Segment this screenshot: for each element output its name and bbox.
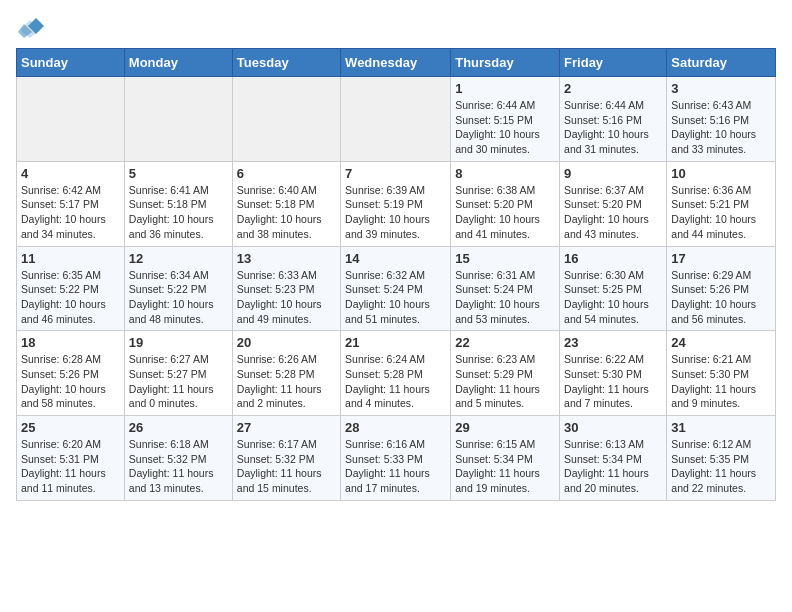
day-number: 11 xyxy=(21,251,120,266)
week-row-3: 11Sunrise: 6:35 AM Sunset: 5:22 PM Dayli… xyxy=(17,246,776,331)
day-number: 15 xyxy=(455,251,555,266)
calendar-cell: 29Sunrise: 6:15 AM Sunset: 5:34 PM Dayli… xyxy=(451,416,560,501)
day-number: 17 xyxy=(671,251,771,266)
day-number: 24 xyxy=(671,335,771,350)
day-info: Sunrise: 6:27 AM Sunset: 5:27 PM Dayligh… xyxy=(129,352,228,411)
calendar-cell: 20Sunrise: 6:26 AM Sunset: 5:28 PM Dayli… xyxy=(232,331,340,416)
day-number: 23 xyxy=(564,335,662,350)
day-info: Sunrise: 6:28 AM Sunset: 5:26 PM Dayligh… xyxy=(21,352,120,411)
day-info: Sunrise: 6:24 AM Sunset: 5:28 PM Dayligh… xyxy=(345,352,446,411)
calendar-cell: 23Sunrise: 6:22 AM Sunset: 5:30 PM Dayli… xyxy=(560,331,667,416)
day-info: Sunrise: 6:42 AM Sunset: 5:17 PM Dayligh… xyxy=(21,183,120,242)
calendar-cell: 25Sunrise: 6:20 AM Sunset: 5:31 PM Dayli… xyxy=(17,416,125,501)
day-number: 12 xyxy=(129,251,228,266)
day-number: 25 xyxy=(21,420,120,435)
day-number: 2 xyxy=(564,81,662,96)
calendar-cell: 3Sunrise: 6:43 AM Sunset: 5:16 PM Daylig… xyxy=(667,77,776,162)
day-number: 27 xyxy=(237,420,336,435)
day-number: 19 xyxy=(129,335,228,350)
calendar-cell xyxy=(232,77,340,162)
calendar-cell: 14Sunrise: 6:32 AM Sunset: 5:24 PM Dayli… xyxy=(341,246,451,331)
day-number: 4 xyxy=(21,166,120,181)
calendar-cell: 19Sunrise: 6:27 AM Sunset: 5:27 PM Dayli… xyxy=(124,331,232,416)
calendar-cell: 7Sunrise: 6:39 AM Sunset: 5:19 PM Daylig… xyxy=(341,161,451,246)
day-number: 10 xyxy=(671,166,771,181)
header-wednesday: Wednesday xyxy=(341,49,451,77)
calendar-cell: 10Sunrise: 6:36 AM Sunset: 5:21 PM Dayli… xyxy=(667,161,776,246)
day-info: Sunrise: 6:18 AM Sunset: 5:32 PM Dayligh… xyxy=(129,437,228,496)
day-number: 14 xyxy=(345,251,446,266)
day-info: Sunrise: 6:13 AM Sunset: 5:34 PM Dayligh… xyxy=(564,437,662,496)
day-number: 20 xyxy=(237,335,336,350)
calendar-cell: 17Sunrise: 6:29 AM Sunset: 5:26 PM Dayli… xyxy=(667,246,776,331)
header-friday: Friday xyxy=(560,49,667,77)
header-thursday: Thursday xyxy=(451,49,560,77)
calendar-cell: 13Sunrise: 6:33 AM Sunset: 5:23 PM Dayli… xyxy=(232,246,340,331)
day-info: Sunrise: 6:15 AM Sunset: 5:34 PM Dayligh… xyxy=(455,437,555,496)
day-number: 1 xyxy=(455,81,555,96)
day-info: Sunrise: 6:30 AM Sunset: 5:25 PM Dayligh… xyxy=(564,268,662,327)
calendar-cell: 6Sunrise: 6:40 AM Sunset: 5:18 PM Daylig… xyxy=(232,161,340,246)
day-info: Sunrise: 6:44 AM Sunset: 5:16 PM Dayligh… xyxy=(564,98,662,157)
calendar-cell xyxy=(17,77,125,162)
calendar-body: 1Sunrise: 6:44 AM Sunset: 5:15 PM Daylig… xyxy=(17,77,776,501)
header-tuesday: Tuesday xyxy=(232,49,340,77)
calendar-table: SundayMondayTuesdayWednesdayThursdayFrid… xyxy=(16,48,776,501)
day-number: 6 xyxy=(237,166,336,181)
day-info: Sunrise: 6:33 AM Sunset: 5:23 PM Dayligh… xyxy=(237,268,336,327)
calendar-cell: 26Sunrise: 6:18 AM Sunset: 5:32 PM Dayli… xyxy=(124,416,232,501)
day-info: Sunrise: 6:29 AM Sunset: 5:26 PM Dayligh… xyxy=(671,268,771,327)
day-info: Sunrise: 6:22 AM Sunset: 5:30 PM Dayligh… xyxy=(564,352,662,411)
calendar-cell: 12Sunrise: 6:34 AM Sunset: 5:22 PM Dayli… xyxy=(124,246,232,331)
day-info: Sunrise: 6:38 AM Sunset: 5:20 PM Dayligh… xyxy=(455,183,555,242)
calendar-cell xyxy=(341,77,451,162)
logo xyxy=(16,16,46,40)
day-info: Sunrise: 6:34 AM Sunset: 5:22 PM Dayligh… xyxy=(129,268,228,327)
day-number: 16 xyxy=(564,251,662,266)
calendar-cell: 31Sunrise: 6:12 AM Sunset: 5:35 PM Dayli… xyxy=(667,416,776,501)
calendar-cell: 28Sunrise: 6:16 AM Sunset: 5:33 PM Dayli… xyxy=(341,416,451,501)
day-number: 26 xyxy=(129,420,228,435)
calendar-cell: 24Sunrise: 6:21 AM Sunset: 5:30 PM Dayli… xyxy=(667,331,776,416)
day-number: 28 xyxy=(345,420,446,435)
calendar-cell: 21Sunrise: 6:24 AM Sunset: 5:28 PM Dayli… xyxy=(341,331,451,416)
calendar-cell: 27Sunrise: 6:17 AM Sunset: 5:32 PM Dayli… xyxy=(232,416,340,501)
calendar-cell: 5Sunrise: 6:41 AM Sunset: 5:18 PM Daylig… xyxy=(124,161,232,246)
day-info: Sunrise: 6:26 AM Sunset: 5:28 PM Dayligh… xyxy=(237,352,336,411)
calendar-cell xyxy=(124,77,232,162)
day-info: Sunrise: 6:37 AM Sunset: 5:20 PM Dayligh… xyxy=(564,183,662,242)
calendar-header: SundayMondayTuesdayWednesdayThursdayFrid… xyxy=(17,49,776,77)
day-number: 9 xyxy=(564,166,662,181)
page-header xyxy=(16,16,776,40)
week-row-5: 25Sunrise: 6:20 AM Sunset: 5:31 PM Dayli… xyxy=(17,416,776,501)
day-number: 22 xyxy=(455,335,555,350)
day-number: 13 xyxy=(237,251,336,266)
week-row-1: 1Sunrise: 6:44 AM Sunset: 5:15 PM Daylig… xyxy=(17,77,776,162)
day-info: Sunrise: 6:21 AM Sunset: 5:30 PM Dayligh… xyxy=(671,352,771,411)
day-info: Sunrise: 6:43 AM Sunset: 5:16 PM Dayligh… xyxy=(671,98,771,157)
day-number: 7 xyxy=(345,166,446,181)
calendar-cell: 11Sunrise: 6:35 AM Sunset: 5:22 PM Dayli… xyxy=(17,246,125,331)
header-row: SundayMondayTuesdayWednesdayThursdayFrid… xyxy=(17,49,776,77)
calendar-cell: 1Sunrise: 6:44 AM Sunset: 5:15 PM Daylig… xyxy=(451,77,560,162)
calendar-cell: 15Sunrise: 6:31 AM Sunset: 5:24 PM Dayli… xyxy=(451,246,560,331)
day-info: Sunrise: 6:32 AM Sunset: 5:24 PM Dayligh… xyxy=(345,268,446,327)
header-saturday: Saturday xyxy=(667,49,776,77)
calendar-cell: 16Sunrise: 6:30 AM Sunset: 5:25 PM Dayli… xyxy=(560,246,667,331)
week-row-4: 18Sunrise: 6:28 AM Sunset: 5:26 PM Dayli… xyxy=(17,331,776,416)
day-number: 29 xyxy=(455,420,555,435)
day-number: 18 xyxy=(21,335,120,350)
day-info: Sunrise: 6:35 AM Sunset: 5:22 PM Dayligh… xyxy=(21,268,120,327)
logo-icon xyxy=(16,16,44,40)
day-info: Sunrise: 6:44 AM Sunset: 5:15 PM Dayligh… xyxy=(455,98,555,157)
week-row-2: 4Sunrise: 6:42 AM Sunset: 5:17 PM Daylig… xyxy=(17,161,776,246)
day-info: Sunrise: 6:23 AM Sunset: 5:29 PM Dayligh… xyxy=(455,352,555,411)
calendar-cell: 18Sunrise: 6:28 AM Sunset: 5:26 PM Dayli… xyxy=(17,331,125,416)
calendar-cell: 2Sunrise: 6:44 AM Sunset: 5:16 PM Daylig… xyxy=(560,77,667,162)
day-info: Sunrise: 6:12 AM Sunset: 5:35 PM Dayligh… xyxy=(671,437,771,496)
calendar-cell: 22Sunrise: 6:23 AM Sunset: 5:29 PM Dayli… xyxy=(451,331,560,416)
header-sunday: Sunday xyxy=(17,49,125,77)
calendar-cell: 8Sunrise: 6:38 AM Sunset: 5:20 PM Daylig… xyxy=(451,161,560,246)
day-number: 8 xyxy=(455,166,555,181)
day-number: 3 xyxy=(671,81,771,96)
